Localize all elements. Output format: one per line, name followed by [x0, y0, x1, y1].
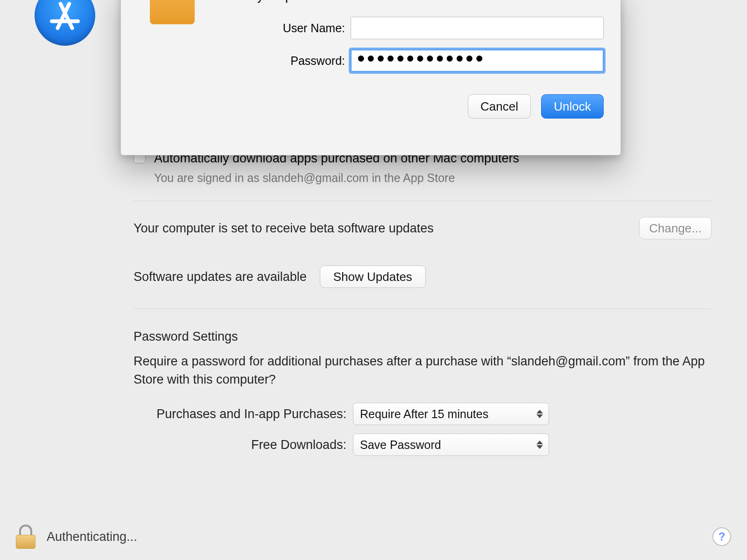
beta-updates-text: Your computer is set to receive beta sof…: [134, 221, 434, 236]
dialog-title: Enter your password to allow this.: [224, 0, 609, 3]
password-settings-description: Require a password for additional purcha…: [134, 352, 712, 389]
purchases-select-value: Require After 15 minutes: [360, 407, 488, 421]
password-label: Password:: [224, 54, 345, 68]
free-downloads-select[interactable]: Save Password: [353, 434, 549, 456]
password-settings-heading: Password Settings: [134, 329, 712, 344]
updown-icon: [534, 437, 546, 453]
preferences-footer: Authenticating... ?: [16, 525, 731, 549]
divider: [134, 201, 712, 201]
purchases-label: Purchases and In-app Purchases:: [134, 407, 353, 421]
help-button[interactable]: ?: [712, 527, 731, 546]
unlock-button[interactable]: Unlock: [541, 94, 604, 119]
updown-icon: [534, 406, 546, 422]
divider: [134, 308, 712, 309]
auth-dialog: Enter your password to allow this. User …: [120, 0, 621, 155]
purchases-select[interactable]: Require After 15 minutes: [353, 403, 549, 425]
password-mask: ●●●●●●●●●●●●●: [357, 50, 485, 65]
signed-in-text: You are signed in as slandeh@gmail.com i…: [154, 171, 712, 185]
password-field[interactable]: ●●●●●●●●●●●●●: [351, 49, 604, 72]
system-preferences-icon: [150, 0, 195, 24]
show-updates-button[interactable]: Show Updates: [320, 266, 426, 288]
free-downloads-select-value: Save Password: [360, 438, 441, 452]
username-label: User Name:: [224, 21, 345, 35]
change-button[interactable]: Change...: [639, 217, 712, 239]
username-field[interactable]: [351, 17, 604, 39]
lock-status-text: Authenticating...: [47, 530, 137, 544]
free-downloads-label: Free Downloads:: [134, 438, 353, 452]
cancel-button[interactable]: Cancel: [468, 94, 531, 119]
lock-icon[interactable]: [16, 525, 35, 549]
updates-available-text: Software updates are available: [134, 270, 307, 284]
